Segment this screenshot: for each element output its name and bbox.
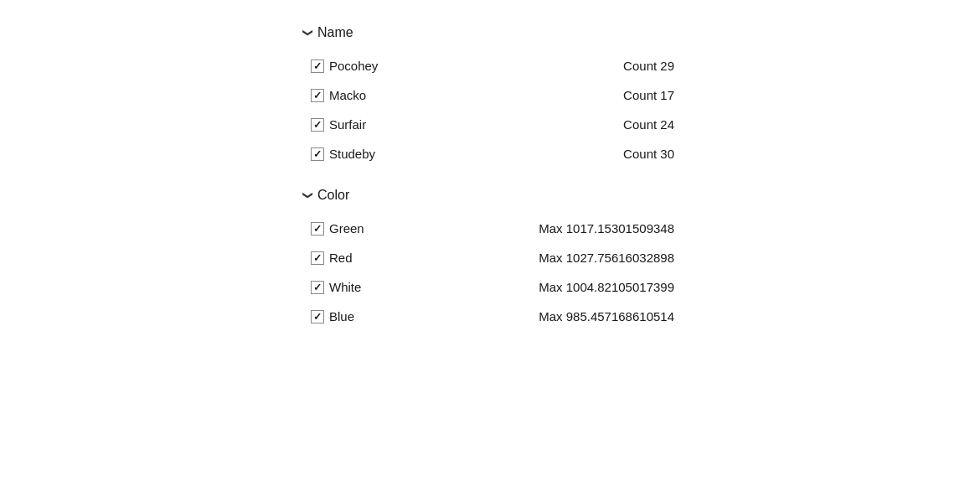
value-white: Max 1004.82105017399 xyxy=(539,280,674,294)
filter-item-left-red: Red xyxy=(311,251,379,265)
list-item-green: GreenMax 1017.15301509348 xyxy=(297,215,683,242)
value-pocohey: Count 29 xyxy=(623,59,674,73)
checkbox-white[interactable] xyxy=(311,281,324,294)
value-red: Max 1027.75616032898 xyxy=(539,251,674,265)
list-item-blue: BlueMax 985.457168610514 xyxy=(297,303,683,330)
value-green: Max 1017.15301509348 xyxy=(539,221,674,235)
list-item-pocohey: PocoheyCount 29 xyxy=(297,52,683,80)
filter-item-left-pocohey: Pocohey xyxy=(311,59,379,73)
label-white: White xyxy=(329,280,379,294)
label-macko: Macko xyxy=(329,88,379,102)
label-surfair: Surfair xyxy=(329,117,379,132)
checkbox-green[interactable] xyxy=(311,222,324,235)
label-red: Red xyxy=(329,251,379,265)
filter-item-left-white: White xyxy=(311,280,379,294)
value-macko: Count 17 xyxy=(623,88,674,102)
list-item-red: RedMax 1027.75616032898 xyxy=(297,244,683,272)
filter-item-left-studeby: Studeby xyxy=(311,147,379,161)
filter-panel: ❯NamePocoheyCount 29MackoCount 17Surfair… xyxy=(281,17,699,359)
color-section-header[interactable]: ❯Color xyxy=(297,188,683,203)
filter-item-left-macko: Macko xyxy=(311,88,379,102)
list-item-surfair: SurfairCount 24 xyxy=(297,111,683,138)
name-section-header[interactable]: ❯Name xyxy=(297,25,683,40)
checkbox-pocohey[interactable] xyxy=(311,60,324,73)
chevron-down-icon: ❯ xyxy=(302,28,314,37)
label-green: Green xyxy=(329,221,379,235)
name-section: ❯NamePocoheyCount 29MackoCount 17Surfair… xyxy=(297,25,683,168)
checkbox-surfair[interactable] xyxy=(311,118,324,132)
color-section: ❯ColorGreenMax 1017.15301509348RedMax 10… xyxy=(297,188,683,330)
label-blue: Blue xyxy=(329,309,379,323)
value-studeby: Count 30 xyxy=(623,147,674,161)
filter-item-left-blue: Blue xyxy=(311,309,379,323)
color-section-label: Color xyxy=(317,188,349,203)
checkbox-blue[interactable] xyxy=(311,310,324,323)
checkbox-studeby[interactable] xyxy=(311,147,324,161)
filter-item-left-surfair: Surfair xyxy=(311,117,379,132)
list-item-macko: MackoCount 17 xyxy=(297,81,683,109)
label-pocohey: Pocohey xyxy=(329,59,379,73)
list-item-studeby: StudebyCount 30 xyxy=(297,140,683,168)
checkbox-red[interactable] xyxy=(311,251,324,265)
filter-item-left-green: Green xyxy=(311,221,379,235)
list-item-white: WhiteMax 1004.82105017399 xyxy=(297,273,683,301)
chevron-down-icon: ❯ xyxy=(302,191,314,199)
checkbox-macko[interactable] xyxy=(311,89,324,102)
value-blue: Max 985.457168610514 xyxy=(539,309,674,323)
value-surfair: Count 24 xyxy=(623,117,674,132)
label-studeby: Studeby xyxy=(329,147,379,161)
name-section-label: Name xyxy=(317,25,353,40)
